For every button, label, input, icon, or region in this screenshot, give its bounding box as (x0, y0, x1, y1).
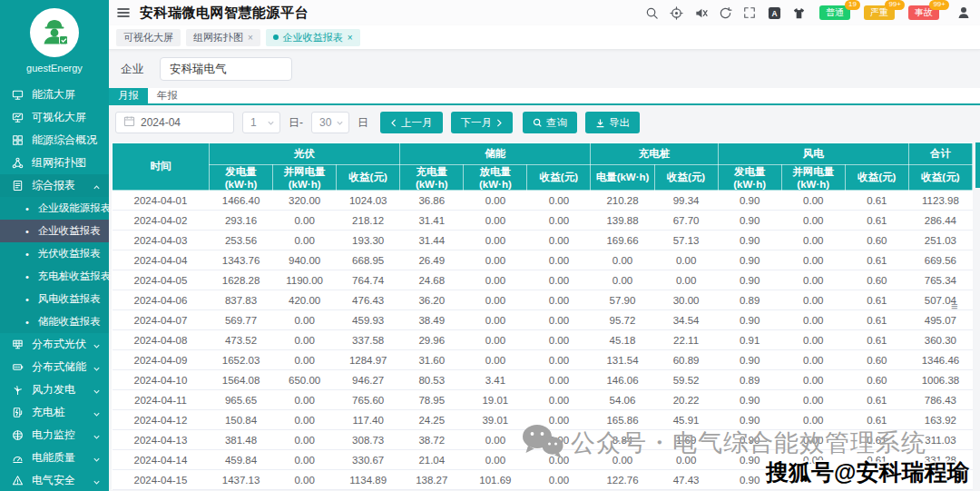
cell-value: 0.00 (781, 231, 845, 250)
cell-value: 0.90 (718, 250, 781, 270)
sidebar-item-power-quality[interactable]: 电能质量 (0, 447, 109, 469)
cell-value: 1284.97 (337, 350, 400, 370)
cell-value: 0.00 (781, 211, 845, 231)
cell-value: 0.00 (781, 430, 845, 450)
sidebar-item-distributed-storage[interactable]: 分布式储能 (0, 356, 109, 378)
export-button[interactable]: 导出 (585, 112, 640, 133)
cell-value: 1437.13 (210, 470, 273, 490)
tab-annual-report[interactable]: 年报 (148, 88, 187, 103)
table-row: 2024-04-03253.560.00193.3031.440.000.001… (113, 231, 973, 250)
hamburger-icon[interactable] (116, 5, 132, 21)
cell-value: 337.58 (337, 330, 400, 350)
sidebar-item-visual-screen[interactable]: 可视化大屏 (0, 106, 109, 129)
cell-value: 0.00 (527, 290, 591, 310)
next-column-sliver (975, 142, 980, 188)
report-tabs: 月报 年报 (109, 88, 980, 105)
sidebar-item-electrical-safety[interactable]: 电气安全 (0, 469, 109, 491)
month-picker[interactable]: 2024-04 (115, 112, 234, 133)
day-from-select[interactable]: 1 (242, 112, 280, 133)
aim-icon[interactable] (669, 5, 683, 20)
cell-value: 38.49 (400, 310, 464, 330)
enterprise-input[interactable] (160, 57, 292, 81)
tab-tag-enterprise-revenue-report[interactable]: 企业收益报表× (266, 29, 360, 46)
day-to-value: 30 (319, 116, 331, 129)
cell-value: 36.86 (400, 191, 464, 211)
close-icon[interactable]: × (248, 33, 253, 43)
cell-date: 2024-04-06 (113, 290, 210, 310)
cell-value: 940.00 (273, 250, 337, 270)
sidebar-subitem-enterprise-energy-report[interactable]: 企业级能源报表 (0, 197, 109, 220)
sub-header-5: 收益(元) (527, 165, 591, 191)
cell-value: 0.00 (273, 450, 337, 470)
sidebar-item-network-topology[interactable]: 组网拓扑图 (0, 152, 109, 174)
cell-value: 30.00 (654, 290, 718, 310)
font-size-icon[interactable]: A (767, 5, 781, 20)
sidebar-subitem-pv-revenue-report[interactable]: 光伏收益报表 (0, 242, 109, 265)
alarm-accident-badge[interactable]: 事故99+ (908, 5, 939, 20)
cell-value: 3.41 (464, 370, 527, 390)
cell-value: 0.89 (718, 290, 781, 310)
sidebar-subitem-enterprise-revenue-report[interactable]: 企业收益报表 (0, 220, 109, 242)
cell-value: 1564.08 (210, 370, 273, 390)
tab-monthly-report[interactable]: 月报 (109, 88, 148, 103)
refresh-icon[interactable] (718, 5, 732, 20)
content: 企业 月报 年报 2024-04 1 日- 30 日 (109, 50, 980, 491)
sidebar-item-energy-flow-screen[interactable]: 能流大屏 (0, 83, 109, 106)
cell-value: 0.00 (527, 250, 591, 270)
sidebar-item-charging-pile[interactable]: 充电桩 (0, 401, 109, 424)
cell-value: 0.00 (527, 450, 591, 470)
cell-value: 251.03 (908, 231, 972, 250)
cell-value: 293.16 (210, 211, 273, 231)
search-button[interactable]: 查询 (523, 112, 577, 133)
cell-value: 0.00 (781, 390, 845, 410)
sidebar-subitem-charger-revenue-report[interactable]: 充电桩收益报表 (0, 265, 109, 288)
fullscreen-icon[interactable] (742, 5, 757, 20)
day-to-select[interactable]: 30 (311, 112, 349, 133)
mute-icon[interactable] (693, 5, 708, 20)
sidebar-item-label: 电力监控 (32, 427, 75, 443)
cell-value: 218.12 (337, 211, 400, 231)
cell-value: 0.00 (464, 290, 527, 310)
cell-value: 57.13 (654, 231, 718, 250)
cell-value: 0.00 (464, 430, 527, 450)
next-month-button[interactable]: 下一月 (451, 112, 514, 133)
sidebar-item-wind-power[interactable]: 风力发电 (0, 378, 109, 401)
sidebar-item-comprehensive-reports[interactable]: 综合报表 (0, 174, 109, 197)
alarm-severe-badge[interactable]: 严重99+ (864, 5, 895, 20)
sidebar-item-distributed-pv[interactable]: 分布式光伏 (0, 333, 109, 356)
chevron-right-icon (495, 118, 503, 128)
cell-value: 650.00 (273, 370, 337, 390)
username: guestEnergy (0, 63, 109, 74)
search-icon[interactable] (644, 5, 659, 20)
cell-value: 420.00 (273, 290, 337, 310)
theme-icon[interactable] (791, 5, 806, 20)
cell-value: 0.60 (845, 270, 908, 290)
sidebar-item-power-monitoring[interactable]: 电力监控 (0, 424, 109, 447)
cell-value: 0.00 (781, 410, 845, 430)
table-row: 2024-04-02293.160.00218.1231.410.000.001… (113, 211, 973, 231)
sidebar-subitem-wind-revenue-report[interactable]: 风电收益报表 (0, 288, 109, 310)
sidebar-subitem-label: 光伏收益报表 (38, 247, 101, 260)
cell-value: 786.43 (908, 390, 972, 410)
cell-value: 0.00 (591, 450, 654, 470)
close-icon[interactable]: × (348, 33, 353, 43)
sidebar-subitem-storage-revenue-report[interactable]: 储能收益报表 (0, 310, 109, 333)
tab-tag-network-topology[interactable]: 组网拓扑图× (186, 29, 260, 46)
user-icon[interactable] (956, 5, 971, 20)
cell-value: 0.90 (718, 231, 781, 250)
tag-bar: 可视化大屏组网拓扑图×企业收益报表× (109, 25, 980, 50)
alarm-normal-badge[interactable]: 普通19 (819, 5, 850, 20)
sidebar-subitem-label: 企业级能源报表 (38, 201, 112, 215)
day-from-value: 1 (250, 116, 257, 129)
tab-tag-visual-screen[interactable]: 可视化大屏 (116, 29, 181, 46)
prev-month-button[interactable]: 上一月 (380, 112, 443, 133)
sidebar-item-energy-overview[interactable]: 能源综合概况 (0, 129, 109, 152)
cell-date: 2024-04-07 (113, 310, 210, 330)
table-scroll-handle[interactable]: ≡ (951, 300, 958, 312)
cell-date: 2024-04-05 (113, 270, 210, 290)
sidebar-item-label: 电能质量 (32, 450, 75, 466)
cell-value: 0.00 (781, 250, 845, 270)
month-value: 2024-04 (141, 116, 181, 129)
cell-value: 1466.40 (210, 191, 273, 211)
cell-value: 0.90 (718, 390, 781, 410)
